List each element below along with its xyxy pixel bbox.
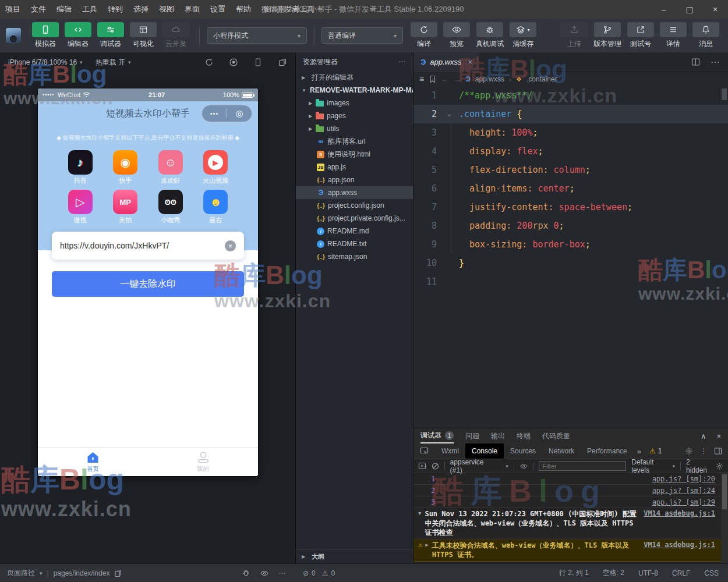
file-row[interactable]: iREADME.md bbox=[296, 225, 413, 237]
test-account-button[interactable]: 测试号 bbox=[627, 22, 654, 49]
platform-app[interactable]: MP美拍 bbox=[103, 190, 149, 225]
more-actions-icon[interactable]: ⋯ bbox=[278, 569, 285, 577]
console-output[interactable]: 1app.js? [sm]:202app.js? [sm]:243app.js?… bbox=[414, 473, 728, 563]
details-button[interactable]: 详情 bbox=[660, 22, 687, 49]
tab-home[interactable]: 首页 bbox=[38, 448, 148, 476]
menubar-item[interactable]: 设置 bbox=[205, 5, 231, 13]
code-line[interactable]: 2⌄.container { bbox=[414, 105, 728, 123]
panel-tab-terminal[interactable]: 终端 bbox=[517, 428, 531, 443]
menubar-item[interactable]: 界面 bbox=[179, 5, 205, 13]
minimize-button[interactable]: – bbox=[651, 0, 677, 19]
panel-tab-debugger[interactable]: 调试器 1 bbox=[420, 428, 454, 443]
panel-tab-code-quality[interactable]: 代码质量 bbox=[542, 428, 570, 443]
clear-cache-button[interactable]: ▾ 清缓存 bbox=[510, 22, 536, 49]
tab-sources[interactable]: Sources bbox=[504, 443, 542, 459]
file-row[interactable]: ▶utils bbox=[296, 122, 413, 135]
console-log-entry[interactable]: ▼ Sun Nov 13 2022 21:07:23 GMT+0800 (中国标… bbox=[414, 508, 728, 540]
fold-icon[interactable]: ⌄ bbox=[447, 105, 451, 123]
code-line[interactable]: 8 padding: 200rpx 0; bbox=[414, 217, 728, 235]
clear-console-icon[interactable] bbox=[432, 462, 439, 470]
outline-list-icon[interactable]: ≡ bbox=[419, 74, 424, 84]
url-input[interactable] bbox=[60, 241, 225, 250]
dock-side-icon[interactable] bbox=[714, 447, 722, 455]
close-panel-icon[interactable]: × bbox=[716, 432, 721, 441]
encoding[interactable]: UTF-8 bbox=[638, 569, 658, 577]
sidebar-toggle-icon[interactable] bbox=[418, 462, 426, 470]
eye-icon[interactable] bbox=[520, 462, 528, 470]
current-page-path[interactable]: pages/index/index bbox=[54, 569, 110, 577]
file-row[interactable]: ▶pages bbox=[296, 109, 413, 122]
code-line[interactable]: 7 justify-content: space-between; bbox=[414, 198, 728, 217]
file-row[interactable]: ∞酷库博客.url bbox=[296, 135, 413, 148]
file-row[interactable]: ▼REMOVE-WATER-MARK-MP-MA... bbox=[296, 84, 413, 97]
errors-icon[interactable]: ⊘ bbox=[303, 569, 309, 577]
file-row[interactable]: {..}sitemap.json bbox=[296, 250, 413, 263]
platform-app[interactable]: ♪抖音 bbox=[58, 150, 103, 185]
context-select[interactable]: appservice (#1) ▾ bbox=[450, 458, 508, 474]
version-control-button[interactable]: 版本管理 bbox=[593, 22, 621, 49]
eye-icon[interactable] bbox=[260, 569, 269, 577]
tab-performance[interactable]: Performance bbox=[581, 443, 634, 459]
menubar-item[interactable]: 转到 bbox=[103, 5, 128, 13]
warnings-chip[interactable]: ⚠ 1 bbox=[645, 447, 666, 455]
file-row[interactable]: ▶images bbox=[296, 97, 413, 109]
language-mode[interactable]: CSS bbox=[704, 569, 719, 577]
chevron-right-icon[interactable]: ▶ bbox=[425, 541, 428, 559]
more-actions-icon[interactable]: ⋯ bbox=[711, 56, 720, 68]
file-row[interactable]: JSapp.js bbox=[296, 161, 413, 173]
file-row[interactable]: {..}project.private.config.js... bbox=[296, 212, 413, 225]
outline-section[interactable]: ▶ 大纲 bbox=[296, 549, 413, 563]
close-tab-icon[interactable]: × bbox=[468, 58, 472, 66]
chevron-right-icon[interactable]: ▶ bbox=[309, 113, 316, 119]
multi-window-icon[interactable] bbox=[278, 58, 287, 67]
hot-reload-toggle[interactable]: 热重载 开 ▾ bbox=[96, 58, 131, 68]
platform-app[interactable]: ☺皮皮虾 bbox=[148, 150, 193, 185]
editor-toggle-button[interactable]: 编辑器 bbox=[65, 22, 91, 49]
eol-style[interactable]: CRLF bbox=[672, 569, 690, 577]
messages-button[interactable]: 消息 bbox=[692, 22, 719, 49]
compile-button[interactable]: 编译 bbox=[411, 22, 437, 49]
source-link[interactable]: VM14 asdebug.js:1 bbox=[644, 541, 715, 549]
platform-app[interactable]: ◉快手 bbox=[103, 150, 149, 185]
bookmark-icon[interactable] bbox=[429, 75, 436, 83]
hidden-count-label[interactable]: 2 hidden bbox=[686, 458, 711, 474]
menubar-item[interactable]: 帮助 bbox=[231, 5, 256, 13]
menubar-item[interactable]: 项目 bbox=[0, 5, 26, 13]
preview-button[interactable]: 预览 bbox=[443, 22, 470, 49]
code-editor[interactable]: 1/**app.wxss**/2⌄.container {3 height: 1… bbox=[414, 86, 728, 428]
source-link[interactable]: VM14 asdebug.js:1 bbox=[644, 509, 715, 517]
chevron-right-icon[interactable]: ▶ bbox=[309, 101, 316, 106]
device-select[interactable]: iPhone 6/7/8 100% 16 ▾ bbox=[8, 58, 83, 66]
more-tabs-icon[interactable]: » bbox=[634, 447, 645, 456]
file-row[interactable]: {..}app.json bbox=[296, 173, 413, 186]
tab-mine[interactable]: 我的 bbox=[148, 448, 258, 476]
mode-select[interactable]: 小程序模式 ▾ bbox=[207, 27, 307, 44]
code-line[interactable]: 5 flex-direction: column; bbox=[414, 161, 728, 179]
more-icon[interactable]: ••• bbox=[202, 110, 227, 117]
tab-wxml[interactable]: Wxml bbox=[435, 443, 465, 459]
avatar[interactable] bbox=[6, 28, 21, 43]
source-link[interactable]: app.js? [sm]:20 bbox=[652, 475, 715, 483]
chevron-down-icon[interactable]: ▼ bbox=[302, 88, 309, 93]
collapse-panel-icon[interactable]: ∧ bbox=[701, 432, 706, 441]
console-filter-input[interactable] bbox=[539, 461, 626, 471]
console-log-row[interactable]: 2app.js? [sm]:24 bbox=[414, 485, 728, 496]
remove-watermark-button[interactable]: 一键去除水印 bbox=[52, 271, 244, 297]
console-scrollbar[interactable] bbox=[721, 473, 728, 563]
console-log-row[interactable]: 1app.js? [sm]:20 bbox=[414, 473, 728, 485]
panel-tab-output[interactable]: 输出 bbox=[491, 428, 505, 443]
console-warning-entry[interactable]: ⚠ ▶ 工具未校验合法域名、web-view（业务域名）、TLS 版本以及 HT… bbox=[414, 540, 728, 562]
maximize-button[interactable]: ▢ bbox=[677, 0, 702, 19]
gear-icon[interactable] bbox=[716, 462, 723, 470]
page-path-select[interactable]: 页面路径 bbox=[7, 568, 35, 578]
platform-app[interactable]: ☻最右 bbox=[193, 190, 239, 225]
code-line[interactable]: 3 height: 100%; bbox=[414, 123, 728, 142]
kebab-menu-icon[interactable]: ⋮ bbox=[700, 447, 707, 455]
split-editor-icon[interactable] bbox=[691, 58, 700, 66]
platform-app[interactable]: ▶火山视频 bbox=[193, 150, 239, 185]
file-row[interactable]: iREADME.txt bbox=[296, 237, 413, 250]
source-link[interactable]: app.js? [sm]:24 bbox=[652, 487, 715, 495]
menubar-item[interactable]: 选择 bbox=[128, 5, 154, 13]
menubar-item[interactable]: 视图 bbox=[154, 5, 179, 13]
chevron-right-icon[interactable]: ▶ bbox=[309, 126, 316, 132]
